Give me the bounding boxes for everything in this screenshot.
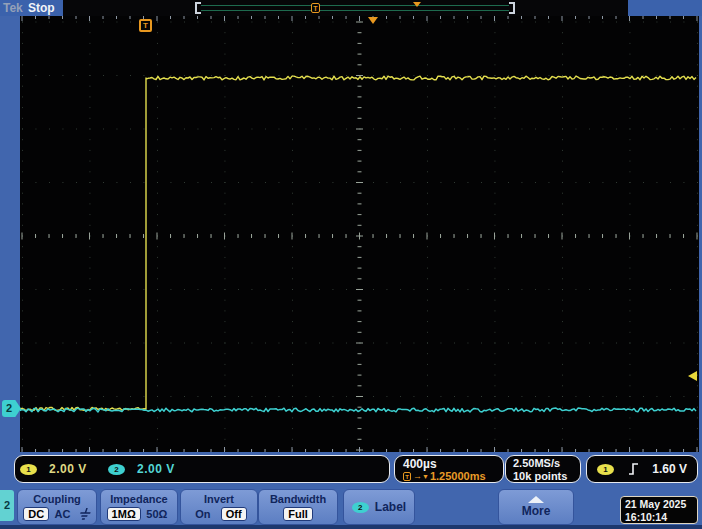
trigger-source-badge: 1 <box>597 464 614 475</box>
timebase-value: 400µs <box>403 457 503 471</box>
label-button[interactable]: 2 Label <box>343 489 415 525</box>
bandwidth-button[interactable]: Bandwidth Full <box>258 489 338 525</box>
coupling-button[interactable]: Coupling DC AC <box>17 489 97 525</box>
date-text: 21 May 2025 <box>625 498 697 511</box>
channel2-position-marker[interactable]: 2 <box>2 400 21 417</box>
record-trigger-t-icon[interactable]: T <box>311 3 320 13</box>
channel-readouts[interactable]: 1 2.00 V 2 2.00 V <box>14 455 390 483</box>
sample-rate: 2.50MS/s <box>513 457 580 470</box>
bandwidth-full-option[interactable]: Full <box>283 507 313 521</box>
record-wave-preview-line <box>201 5 509 6</box>
trigger-level-value: 1.60 V <box>652 462 687 476</box>
datetime-box: 21 May 2025 16:10:14 <box>620 496 698 524</box>
trigger-position-t-icon[interactable]: T <box>139 19 152 32</box>
coupling-title: Coupling <box>18 490 96 505</box>
readout-strip: 1 2.00 V 2 2.00 V 400µs T → ▼ 1.25000ms … <box>0 452 702 487</box>
ch2-readout[interactable]: 2 2.00 V <box>108 462 196 476</box>
coupling-ac-option[interactable]: AC <box>50 508 74 520</box>
expansion-point-triangle-icon <box>368 17 378 24</box>
waveform-display: T <box>20 16 699 452</box>
invert-off-option[interactable]: Off <box>221 507 247 521</box>
window-bracket-right-icon <box>509 2 515 14</box>
delay-value: 1.25000ms <box>430 470 486 482</box>
oscilloscope-screen: Tek Stop T T 2 1 2.00 V 2 <box>0 0 702 529</box>
ground-coupling-icon[interactable] <box>76 508 91 521</box>
invert-button[interactable]: Invert On Off <box>180 489 258 525</box>
impedance-button[interactable]: Impedance 1MΩ 50Ω <box>100 489 178 525</box>
tek-logo: Tek <box>3 1 23 15</box>
top-status-bar: Tek Stop T <box>0 0 702 16</box>
ch2-scale: 2.00 V <box>137 462 175 476</box>
bandwidth-title: Bandwidth <box>259 490 337 505</box>
record-length: 10k points <box>513 470 580 483</box>
impedance-title: Impedance <box>101 490 177 505</box>
side-menu-bar: 2 Coupling DC AC Impedance 1MΩ <box>0 487 702 529</box>
ch2-badge: 2 <box>108 464 125 475</box>
label-channel-badge: 2 <box>352 502 369 513</box>
trigger-readout[interactable]: 1 1.60 V <box>586 455 698 483</box>
impedance-50-option[interactable]: 50Ω <box>142 508 171 520</box>
ch1-readout[interactable]: 1 2.00 V <box>20 462 108 476</box>
record-view-strip: T <box>63 0 628 16</box>
more-caret-icon <box>528 496 544 503</box>
horizontal-readout[interactable]: 400µs T → ▼ 1.25000ms <box>394 455 504 483</box>
coupling-dc-option[interactable]: DC <box>23 507 49 521</box>
graticule-and-traces <box>20 16 699 452</box>
more-button-text: More <box>499 504 573 518</box>
delay-triangle-icon: ▼ <box>422 473 429 480</box>
acquisition-status: Stop <box>28 1 55 15</box>
window-bracket-left-icon <box>195 2 201 14</box>
delay-arrow-icon: → <box>413 471 422 481</box>
invert-on-option[interactable]: On <box>191 508 214 520</box>
delay-readout: T → ▼ 1.25000ms <box>403 470 503 482</box>
record-window-bar[interactable]: T <box>195 2 515 14</box>
rising-edge-slope-icon <box>628 462 639 476</box>
delay-trigger-t-icon: T <box>403 472 411 481</box>
more-button[interactable]: More <box>498 489 574 525</box>
ch1-scale: 2.00 V <box>49 462 87 476</box>
channel2-menu-tab: 2 <box>0 490 14 521</box>
record-wave-preview-line <box>201 10 509 11</box>
label-button-text: Label <box>375 500 406 514</box>
ch1-badge: 1 <box>20 464 37 475</box>
trigger-level-arrow-icon[interactable] <box>688 371 697 381</box>
record-expansion-triangle-icon <box>413 2 421 7</box>
invert-title: Invert <box>181 490 257 505</box>
impedance-1m-option[interactable]: 1MΩ <box>107 507 141 521</box>
time-text: 16:10:14 <box>625 511 697 524</box>
acquisition-readout[interactable]: 2.50MS/s 10k points <box>505 455 581 483</box>
